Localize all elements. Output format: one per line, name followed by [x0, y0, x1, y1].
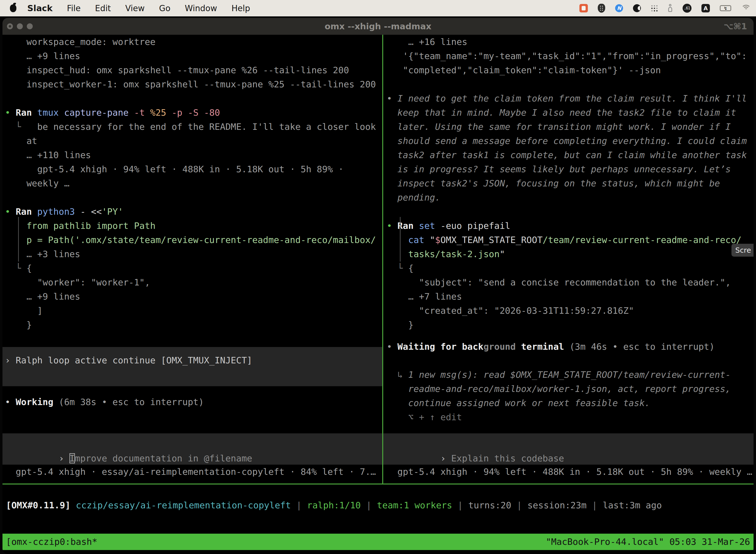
terminal-line: [OMX#0.11.9] cczip/essay/ai-reimplementa… [6, 498, 754, 512]
text-segment: ralph:1/10 [307, 500, 361, 510]
text-segment: … +9 lines [5, 51, 80, 61]
ralph-loop-banner: › Ralph loop active continue [OMX_TMUX_I… [2, 347, 382, 386]
wifi-icon[interactable] [741, 5, 751, 12]
text-segment: $ [435, 235, 441, 245]
shield-grid-icon[interactable] [598, 4, 605, 13]
terminal-pane-right[interactable]: … +16 lines '{"team_name":"my-team","tas… [383, 35, 754, 484]
menu-item-window[interactable]: Window [185, 3, 217, 13]
text-segment: } [5, 320, 32, 330]
text-segment: inspect_worker-1: omx sparkshell --tmux-… [5, 79, 376, 89]
text-segment [387, 235, 408, 245]
text-segment: 'PY' [102, 207, 123, 217]
text-segment: } [387, 320, 414, 330]
terminal-line: tasks/task-2.json" [387, 247, 754, 261]
terminal-line: └ { [387, 261, 754, 275]
text-segment: | [452, 500, 468, 510]
text-segment: { [26, 263, 32, 273]
omx-status-line: [OMX#0.11.9] cczip/essay/ai-reimplementa… [2, 485, 754, 534]
right-prompt-box[interactable]: › Explain this codebase [383, 433, 754, 465]
text-segment: | [361, 500, 377, 510]
a-square-icon[interactable]: A [701, 4, 710, 12]
left-prompt-box[interactable]: › Improve documentation in @filename [2, 433, 382, 465]
menu-item-help[interactable]: Help [232, 3, 250, 13]
terminal-line: … +16 lines [387, 35, 754, 49]
window-title-bar[interactable]: omx --xhigh --madmax ⌥⌘1 [2, 18, 754, 35]
tmux-session-label: [omx-cczip0:bash* [6, 534, 97, 550]
left-prompt-placeholder: mprove documentation in @filename [75, 453, 252, 463]
tmux-host-clock-label: "MacBook-Pro-44.local" 05:03 31-Mar-26 [546, 534, 750, 550]
text-segment [70, 500, 76, 510]
terminal-line: later. Using the same for transition mig… [387, 120, 754, 134]
text-segment: workspace_mode: worktree [5, 37, 155, 47]
prompt-chevron: › [441, 453, 451, 463]
terminal-line: from pathlib import Path [5, 219, 382, 233]
text-segment: └ [387, 263, 408, 273]
terminal-line: } [387, 318, 754, 332]
terminal-window: omx --xhigh --madmax ⌥⌘1 workspace_mode:… [2, 18, 754, 554]
text-segment: OMX_TEAM_STATE_ROOT [441, 235, 543, 245]
terminal-pane-left[interactable]: workspace_mode: worktree … +9 lines insp… [2, 35, 382, 484]
terminal-area: workspace_mode: worktree … +9 lines insp… [2, 35, 754, 484]
calendar-app-icon[interactable]: N [615, 4, 623, 12]
text-segment: team:1 workers [377, 500, 452, 510]
left-model-status-line: gpt-5.4 xhigh · essay/ai-reimplementatio… [2, 465, 382, 479]
terminal-line: • Waiting for background terminal (3m 46… [387, 340, 754, 354]
menu-item-view[interactable]: View [125, 3, 145, 13]
text-segment: | [586, 500, 603, 510]
text-segment: at [5, 136, 37, 146]
battery-icon[interactable]: ↯ [720, 5, 731, 11]
terminal-line: weekly … [5, 176, 382, 190]
menu-item-edit[interactable]: Edit [95, 3, 111, 13]
text-segment: ground [484, 341, 516, 352]
terminal-line: • Working (6m 38s • esc to interrupt) [5, 395, 382, 409]
text-segment: tasks/task-2.json [408, 249, 500, 259]
text-segment: later. Using the same for transition mig… [387, 122, 731, 132]
terminal-line: › Ralph loop active continue [OMX_TMUX_I… [5, 353, 382, 367]
text-segment: … +7 lines [387, 291, 462, 301]
text-segment: gpt-5.4 xhigh · 94% left · 488K in · 5.1… [387, 466, 752, 477]
text-segment: inspect task2's JSON, focusing on the st… [387, 178, 720, 188]
apple-menu-icon[interactable] [10, 4, 16, 12]
terminal-line: readme-and-reco/mailbox/worker-1.json, a… [387, 382, 754, 396]
text-segment: "worker": "worker-1", [5, 277, 150, 287]
text-segment: -80 [204, 107, 220, 118]
text-segment: inspect_hud: omx sparkshell --tmux-pane … [5, 65, 349, 75]
terminal-line: • Ran python3 - <<'PY' [5, 205, 382, 219]
text-segment: continue assigned work or next feasible … [387, 398, 650, 408]
terminal-line [387, 77, 754, 91]
text-segment: | [291, 500, 307, 510]
text-cursor: I [69, 453, 75, 463]
working-status-line: • Working (6m 38s • esc to interrupt) [2, 395, 382, 409]
text-segment: python3 [37, 207, 80, 217]
terminal-line: } [5, 318, 382, 332]
terminal-line: gpt-5.4 xhigh · 94% left · 488K in · 5.1… [5, 162, 382, 176]
terminal-line: inspect_worker-1: omx sparkshell --tmux-… [5, 77, 382, 91]
terminal-line: workspace_mode: worktree [5, 35, 382, 49]
menu-item-go[interactable]: Go [159, 3, 170, 13]
text-segment: readme-and-reco/mailbox/worker-1.json, a… [387, 384, 731, 394]
terminal-line: └ be necessary for the end of the README… [5, 120, 382, 134]
text-segment: gpt-5.4 xhigh · 94% left · 488K in · 5.1… [5, 164, 343, 174]
text-segment: (6m 38s • esc to interrupt) [53, 397, 204, 407]
text-segment: └ [5, 122, 37, 132]
badge-61-icon[interactable]: ..61 [683, 4, 692, 13]
menu-item-file[interactable]: File [67, 3, 81, 13]
text-segment: set [419, 221, 441, 231]
menu-item-app[interactable]: Slack [27, 3, 53, 13]
terminal-line: "completed","claim_token":"claim-token"}… [387, 63, 754, 77]
text-segment: " [430, 235, 435, 245]
text-segment: I need to get the claim token from the c… [397, 93, 747, 104]
text-segment: Ran [16, 107, 37, 118]
dark-circle-icon[interactable] [633, 4, 641, 12]
chat-app-icon[interactable] [579, 4, 588, 12]
person-icon[interactable] [668, 4, 673, 12]
dots-grid-icon[interactable] [651, 5, 658, 12]
right-pane-output: … +16 lines '{"team_name":"my-team","tas… [383, 35, 754, 332]
text-segment: • [387, 93, 397, 104]
terminal-line: '{"team_name":"my-team","task_id":"1","f… [387, 49, 754, 63]
terminal-line: gpt-5.4 xhigh · 94% left · 488K in · 5.1… [387, 465, 754, 479]
menu-status-icons: N ..61 A ↯ [579, 4, 756, 13]
terminal-line: is in progress? It seems likely but perh… [387, 162, 754, 176]
terminal-line: gpt-5.4 xhigh · essay/ai-reimplementatio… [5, 465, 382, 479]
mailbox-message-note: ↳ 1 new msg(s): read $OMX_TEAM_STATE_ROO… [383, 368, 754, 424]
